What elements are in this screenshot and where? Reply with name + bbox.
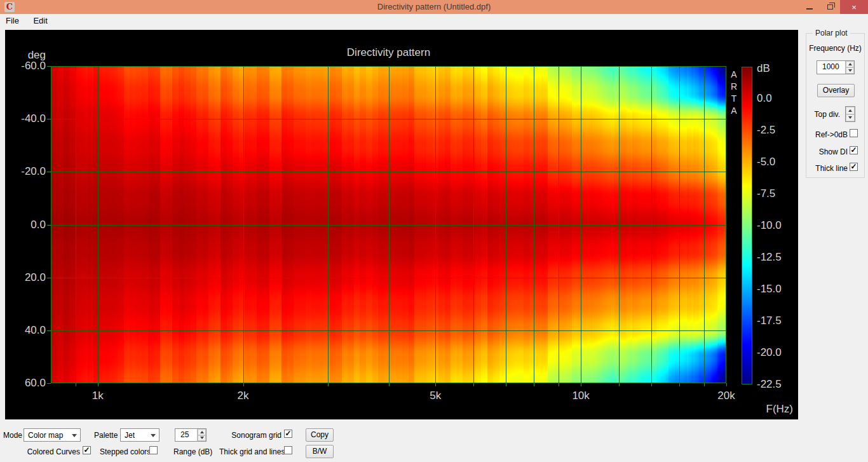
frequency-value: 1000	[817, 61, 845, 74]
x-tick-label: 1k	[76, 390, 120, 402]
y-tick-label: 20.0	[6, 271, 46, 284]
x-tick-mark	[243, 383, 244, 386]
colorbar-tick-label: -20.0	[757, 346, 782, 359]
colorbar-tick-label: -10.0	[757, 219, 782, 232]
close-button[interactable]: ×	[840, 0, 868, 14]
x-tick-mark	[651, 383, 652, 386]
frequency-label: Frequency (Hz)	[806, 44, 865, 53]
x-tick-mark	[581, 383, 581, 386]
sonogram-grid-label: Sonogram grid	[219, 431, 281, 440]
palette-value: Jet	[125, 431, 135, 440]
top-div-label: Top div.	[810, 110, 840, 119]
y-tick-mark	[47, 119, 51, 119]
x-tick-mark	[98, 383, 98, 386]
sonogram-grid-checkbox[interactable]	[284, 430, 292, 438]
bw-button[interactable]: B/W	[306, 445, 334, 458]
x-tick-mark	[473, 383, 474, 386]
y-tick-mark	[47, 330, 51, 331]
y-tick-mark	[47, 66, 51, 67]
y-tick-label: 0.0	[6, 219, 46, 231]
ref-0db-label: Ref->0dB	[810, 130, 848, 139]
menu-item-edit[interactable]: Edit	[27, 14, 53, 27]
y-tick-mark	[47, 225, 51, 226]
frequency-spin-down-button[interactable]	[846, 67, 854, 74]
x-tick-mark	[534, 383, 534, 386]
palette-select[interactable]: Jet	[120, 428, 159, 442]
y-tick-mark	[47, 383, 51, 384]
stepped-colors-label: Stepped colors	[100, 447, 147, 456]
colorbar-tick-label: -15.0	[757, 283, 782, 296]
thick-line-label: Thick line	[810, 164, 848, 173]
polar-plot-group-label: Polar plot	[813, 29, 850, 37]
minimize-icon	[806, 8, 813, 10]
show-di-checkbox[interactable]	[850, 146, 858, 154]
ref-0db-checkbox[interactable]	[850, 129, 858, 137]
x-tick-label: 2k	[221, 390, 266, 402]
stepped-colors-checkbox[interactable]	[149, 446, 158, 454]
x-tick-mark	[389, 383, 390, 386]
colorbar-tick-label: -7.5	[757, 187, 775, 200]
colorbar-tick-label: -5.0	[757, 156, 775, 168]
top-div-spin-up-button[interactable]	[846, 107, 855, 114]
colorbar-unit-label: dB	[757, 62, 770, 75]
directivity-heatmap-canvas	[51, 66, 726, 383]
menu-bar: File Edit	[0, 14, 868, 27]
thick-line-checkbox[interactable]	[850, 163, 858, 171]
range-spinner[interactable]: 25	[175, 428, 207, 442]
top-div-spinner[interactable]	[845, 106, 855, 122]
plot-title: Directivity pattern	[51, 46, 726, 59]
colored-curves-checkbox[interactable]	[83, 446, 91, 454]
colorbar-tick-label: 0.0	[757, 92, 772, 105]
title-bar: C Directivity pattern (Untitled.dpf) ×	[0, 0, 868, 14]
arta-watermark: ARTA	[729, 69, 739, 118]
menu-item-file[interactable]: File	[0, 14, 25, 27]
y-tick-mark	[47, 172, 51, 172]
colorbar-canvas	[742, 67, 752, 384]
range-spin-up-button[interactable]	[198, 429, 206, 435]
restore-icon	[827, 4, 833, 10]
close-icon: ×	[851, 3, 857, 12]
colorbar-tick-label: -2.5	[757, 124, 775, 137]
thick-grid-lines-label: Thick grid and lines	[219, 447, 281, 456]
plot-area: Directivity pattern deg ARTA dB F(Hz) -6…	[5, 30, 798, 419]
mode-label: Mode	[3, 431, 22, 440]
y-tick-label: 40.0	[6, 324, 46, 337]
x-tick-mark	[679, 383, 680, 386]
x-tick-label: 10k	[559, 390, 603, 402]
x-tick-mark	[76, 383, 76, 386]
x-tick-mark	[506, 383, 506, 386]
range-value: 25	[175, 429, 197, 441]
mode-value: Color map	[28, 431, 63, 440]
overlay-button[interactable]: Overlay	[817, 84, 855, 97]
mode-select[interactable]: Color map	[24, 428, 81, 442]
x-axis-unit-label: F(Hz)	[704, 403, 793, 416]
frequency-spin-up-button[interactable]	[846, 61, 854, 67]
y-tick-label: -40.0	[6, 112, 46, 125]
y-tick-mark	[47, 278, 51, 278]
minimize-button[interactable]	[799, 0, 820, 14]
chevron-down-icon	[151, 434, 156, 437]
y-tick-label: -20.0	[6, 165, 46, 178]
colorbar-tick-label: -17.5	[757, 315, 782, 327]
restore-button[interactable]	[820, 0, 840, 14]
window-title: Directivity pattern (Untitled.dpf)	[0, 0, 868, 14]
thick-grid-lines-checkbox[interactable]	[284, 446, 292, 454]
top-div-spin-down-button[interactable]	[846, 114, 855, 122]
x-tick-mark	[726, 383, 727, 386]
colored-curves-label: Colored Curves	[19, 447, 80, 456]
range-db-label: Range (dB)	[173, 447, 212, 456]
y-tick-label: 60.0	[6, 377, 46, 390]
x-tick-label: 20k	[704, 390, 749, 402]
x-tick-label: 5k	[413, 390, 458, 402]
frequency-spinner[interactable]: 1000	[817, 60, 855, 74]
x-tick-mark	[559, 383, 559, 386]
range-spin-down-button[interactable]	[198, 435, 206, 442]
y-tick-label: -60.0	[6, 60, 46, 72]
palette-label: Palette	[94, 431, 118, 440]
x-tick-mark	[704, 383, 705, 386]
copy-button[interactable]: Copy	[306, 428, 334, 442]
x-tick-mark	[619, 383, 620, 386]
colorbar-tick-label: -12.5	[757, 251, 782, 264]
chevron-down-icon	[72, 434, 77, 437]
show-di-label: Show DI	[810, 147, 848, 156]
